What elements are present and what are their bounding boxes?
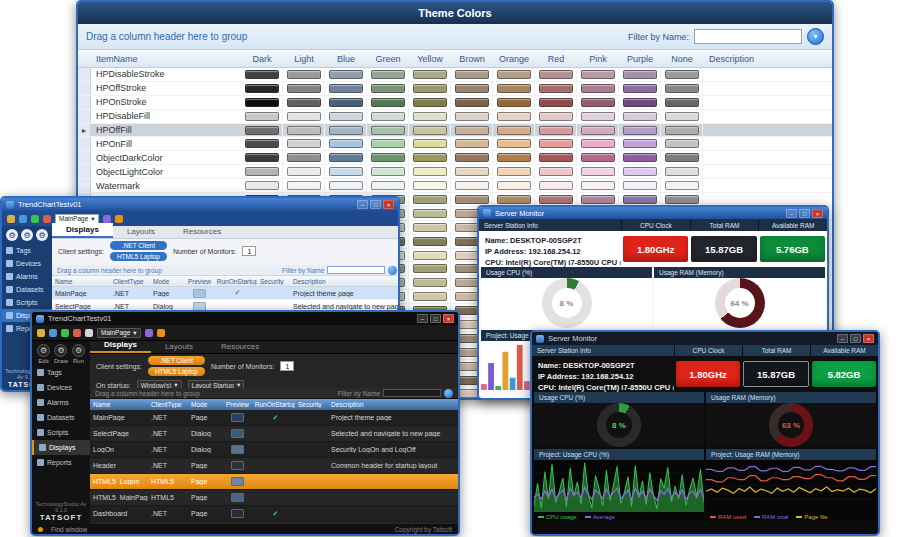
toolbar-icon[interactable] (85, 329, 93, 337)
group-bar[interactable]: Drag a column header here to group Filte… (52, 265, 400, 276)
color-swatch[interactable] (287, 139, 321, 148)
color-swatch[interactable] (455, 153, 489, 162)
table-row[interactable]: HPOffStroke (78, 82, 832, 96)
sidebar-item-datasets[interactable]: Datasets (2, 283, 52, 296)
color-swatch[interactable] (539, 181, 573, 190)
color-swatch[interactable] (581, 153, 615, 162)
sidebar-item-displays[interactable]: Displays (32, 440, 90, 455)
table-row[interactable]: HPDisableFill (78, 110, 832, 124)
color-swatch[interactable] (287, 84, 321, 93)
color-swatch[interactable] (581, 84, 615, 93)
column-header[interactable]: Description (328, 401, 458, 408)
tab-layouts[interactable]: Layouts (151, 340, 207, 353)
color-swatch[interactable] (623, 84, 657, 93)
color-swatch[interactable] (413, 126, 447, 135)
color-swatch[interactable] (245, 181, 279, 190)
color-swatch[interactable] (497, 112, 531, 121)
column-header[interactable]: Green (367, 50, 409, 67)
table-row[interactable]: ObjectDarkColor (78, 151, 832, 165)
color-swatch[interactable] (665, 167, 699, 176)
sidebar-item-devices[interactable]: Devices (32, 380, 90, 395)
sidebar-item-tags[interactable]: Tags (2, 244, 52, 257)
color-swatch[interactable] (539, 70, 573, 79)
color-swatch[interactable] (581, 70, 615, 79)
color-swatch[interactable] (539, 98, 573, 107)
column-header[interactable]: Description (290, 278, 400, 285)
color-swatch[interactable] (665, 139, 699, 148)
toolbar-icon[interactable] (61, 329, 69, 337)
color-swatch[interactable] (371, 98, 405, 107)
close-button[interactable]: × (443, 314, 454, 323)
color-swatch[interactable] (539, 195, 573, 204)
column-header[interactable]: Mode (188, 401, 219, 408)
color-swatch[interactable] (539, 139, 573, 148)
toolbar-icon[interactable] (37, 329, 45, 337)
color-swatch[interactable] (287, 153, 321, 162)
window-titlebar[interactable]: Server Monitor – □ × (479, 207, 827, 219)
table-row[interactable]: MainPage.NETPage✓Project theme page (90, 410, 458, 426)
color-swatch[interactable] (455, 84, 489, 93)
tab-displays[interactable]: Displays (90, 338, 151, 353)
table-row[interactable]: SelectPage.NETDialogSelected and navigat… (90, 426, 458, 442)
color-swatch[interactable] (413, 167, 447, 176)
color-swatch[interactable] (623, 153, 657, 162)
color-swatch[interactable] (581, 126, 615, 135)
color-swatch[interactable] (371, 70, 405, 79)
grid-header[interactable]: ItemNameDarkLightBlueGreenYellowBrownOra… (78, 50, 832, 68)
column-header[interactable]: RunOnStartup (253, 401, 295, 408)
color-swatch[interactable] (329, 98, 363, 107)
color-swatch[interactable] (665, 84, 699, 93)
column-header[interactable]: Description (703, 54, 832, 64)
color-swatch[interactable] (329, 181, 363, 190)
color-swatch[interactable] (581, 139, 615, 148)
grid-header[interactable]: NameClientTypeModePreviewRunOnStartupSec… (90, 399, 458, 410)
toolbar-icon[interactable] (115, 215, 123, 223)
column-header[interactable]: Purple (619, 50, 661, 67)
toolbar-icon[interactable] (7, 215, 15, 223)
table-row[interactable]: ObjectLightColor (78, 165, 832, 179)
color-swatch[interactable] (497, 84, 531, 93)
monitors-value[interactable]: 1 (280, 361, 294, 371)
minimize-button[interactable]: – (786, 209, 797, 218)
table-row[interactable]: HPDisableStroke (78, 68, 832, 82)
column-header[interactable]: RunOnStartup (215, 278, 257, 285)
filter-button[interactable] (388, 266, 397, 275)
sidebar-item-scripts[interactable]: Scripts (2, 296, 52, 309)
color-swatch[interactable] (413, 139, 447, 148)
table-row[interactable]: HPOnFill (78, 137, 832, 151)
column-header[interactable]: Security (257, 278, 290, 285)
client-type-button[interactable]: .NET Client (148, 356, 205, 365)
table-row[interactable]: Watermark (78, 179, 832, 193)
color-swatch[interactable] (371, 167, 405, 176)
group-bar[interactable]: Drag a column header here to group Filte… (78, 24, 832, 50)
window-titlebar[interactable]: Theme Colors (78, 2, 832, 24)
color-swatch[interactable] (497, 98, 531, 107)
close-button[interactable]: × (863, 334, 874, 343)
column-header[interactable]: ClientType (110, 278, 150, 285)
page-selector-combo[interactable]: MainPage▾ (97, 328, 141, 338)
toolbar-icon[interactable] (145, 329, 153, 337)
tool-circle-edit[interactable]: ⚙Edit (6, 229, 18, 241)
column-header[interactable]: Pink (577, 50, 619, 67)
tool-circle-draw[interactable]: ⚙Draw (21, 229, 33, 241)
color-swatch[interactable] (455, 167, 489, 176)
color-swatch[interactable] (623, 98, 657, 107)
color-swatch[interactable] (623, 112, 657, 121)
color-swatch[interactable] (455, 70, 489, 79)
column-header[interactable]: Security (295, 401, 328, 408)
table-row[interactable]: HTML5_MainPageHTML5Page (90, 490, 458, 506)
color-swatch[interactable] (497, 181, 531, 190)
grid-header[interactable]: NameClientTypeModePreviewRunOnStartupSec… (52, 276, 400, 287)
color-swatch[interactable] (413, 112, 447, 121)
color-swatch[interactable] (413, 98, 447, 107)
color-swatch[interactable] (329, 112, 363, 121)
minimize-button[interactable]: – (357, 200, 368, 209)
color-swatch[interactable] (539, 153, 573, 162)
window-titlebar[interactable]: Server Monitor – □ × (532, 332, 878, 345)
color-swatch[interactable] (287, 167, 321, 176)
tab-resources[interactable]: Resources (169, 225, 235, 238)
table-row[interactable]: LogOn.NETDialogSecurity LogOn and LogOff (90, 442, 458, 458)
window-titlebar[interactable]: TrendChartTestv01 – □ × (2, 198, 398, 211)
table-row[interactable]: Dashboard.NETPage✓ (90, 506, 458, 522)
color-swatch[interactable] (329, 126, 363, 135)
